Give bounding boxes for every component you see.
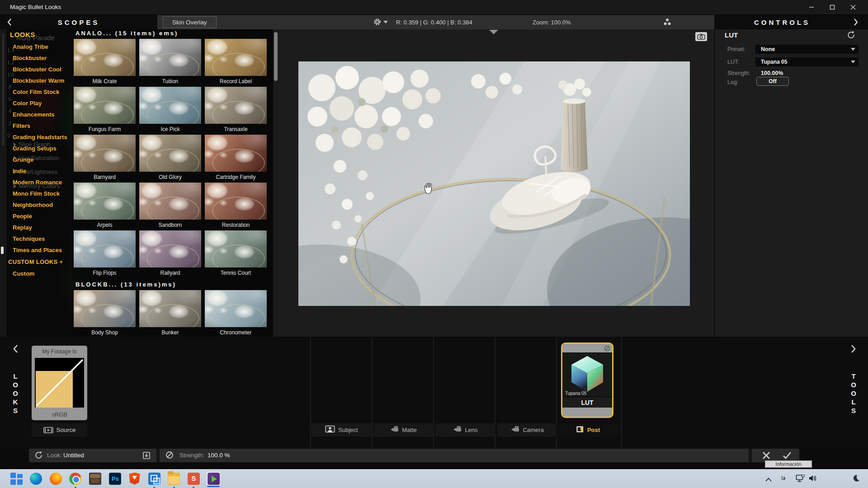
look-thumbnail-ice-pick[interactable] xyxy=(139,87,201,124)
look-thumbnail-old-glory[interactable] xyxy=(139,135,201,172)
look-thumbnail-cell: Bunker xyxy=(139,290,201,337)
lut-dropdown[interactable]: Tupana 05 xyxy=(755,57,859,66)
taskbar-app-start[interactable] xyxy=(9,472,23,485)
sidebar-item-neighborhood[interactable]: Neighborhood xyxy=(13,199,67,211)
taskbar-app-edge[interactable] xyxy=(29,472,43,485)
sidebar-item-modern-romance[interactable]: Modern Romance xyxy=(13,177,67,188)
maximize-button[interactable] xyxy=(822,0,842,14)
look-thumbnail-bunker[interactable] xyxy=(139,290,201,327)
disable-look-icon[interactable] xyxy=(165,451,174,461)
look-thumbnail-tuition[interactable] xyxy=(139,39,201,76)
custom-looks-header[interactable]: CUSTOM LOOKS + xyxy=(8,258,63,265)
controls-panel: LUT Preset: None LUT: Tupana 05 xyxy=(714,29,868,337)
night-mode-moon-icon[interactable] xyxy=(852,474,860,484)
sidebar-item-grading-setups[interactable]: Grading Setups xyxy=(13,143,67,154)
sidebar-item-people[interactable]: People xyxy=(13,211,67,222)
strength-label: Strength: xyxy=(727,70,750,76)
look-thumbnail-chronometer[interactable] xyxy=(205,290,267,327)
look-thumbnail-sandborn[interactable] xyxy=(139,183,201,220)
viewer-settings-button[interactable] xyxy=(373,18,388,26)
look-name[interactable]: Untitled xyxy=(63,452,84,459)
preview-image[interactable] xyxy=(298,61,690,306)
preset-row: Preset: None xyxy=(715,45,868,54)
look-thumbnail-label: Barnyard xyxy=(74,172,136,183)
taskbar-app-toolbox[interactable] xyxy=(88,472,102,485)
library-scrollbar[interactable] xyxy=(273,29,278,337)
tools-drawer-chevron-icon[interactable] xyxy=(851,345,856,355)
left-edge-scrollbar[interactable] xyxy=(0,29,7,337)
footage-title: My Footage Is xyxy=(32,348,87,355)
look-thumbnail-transaxle[interactable] xyxy=(205,87,267,124)
lut-node-selected[interactable]: Tupana 05 LUT xyxy=(561,343,613,418)
strength-value[interactable]: 100.00% xyxy=(761,70,783,76)
reset-icon[interactable] xyxy=(847,31,855,41)
sidebar-item-mono-film-stock[interactable]: Mono Film Stock xyxy=(13,188,67,199)
look-thumbnail-restoration[interactable] xyxy=(205,183,267,220)
looks-category-list: Analog TribeBlockbusterBlockbuster CoolB… xyxy=(13,41,67,256)
source-category-button[interactable]: Source xyxy=(32,423,87,436)
look-thumbnail-flip-flops[interactable] xyxy=(74,230,136,267)
sidebar-item-color-film-stock[interactable]: Color Film Stock xyxy=(13,86,67,98)
category-button-matte[interactable]: Matte xyxy=(373,423,434,436)
sidebar-item-enhancements[interactable]: Enhancements xyxy=(13,109,67,120)
look-thumbnail-cartridge-family[interactable] xyxy=(205,135,267,172)
taskbar-app-vmware[interactable] xyxy=(147,472,161,485)
windows-taskbar: فا 11:35 AM 11/21/2024 xyxy=(0,469,868,488)
footage-node-card[interactable]: My Footage Is sRGB xyxy=(32,346,87,420)
scrollbar-thumb[interactable] xyxy=(274,32,278,81)
forward-chevron-icon[interactable] xyxy=(854,19,858,28)
category-button-lens[interactable]: Lens xyxy=(435,423,495,436)
sidebar-item-blockbuster-cool[interactable]: Blockbuster Cool xyxy=(13,64,67,75)
taskbar-app-chrome[interactable] xyxy=(69,472,82,485)
look-thumbnail-body-shop[interactable] xyxy=(74,290,136,327)
node-graph-icon[interactable] xyxy=(663,18,672,28)
category-button-subject[interactable]: Subject xyxy=(311,423,372,436)
reset-look-icon[interactable] xyxy=(34,451,43,461)
category-button-camera[interactable]: Camera xyxy=(497,423,557,436)
taskbar-app-explorer[interactable] xyxy=(167,472,181,485)
look-thumbnail-fungus-farm[interactable] xyxy=(74,87,136,124)
snapshot-camera-button[interactable] xyxy=(695,32,707,41)
sidebar-item-times-and-places[interactable]: Times and Places xyxy=(13,244,67,256)
import-look-icon[interactable] xyxy=(142,451,151,462)
category-button-post[interactable]: Post xyxy=(556,423,620,436)
look-thumbnail-milk-crate[interactable] xyxy=(74,39,136,76)
sidebar-item-analog-tribe[interactable]: Analog Tribe xyxy=(13,41,67,52)
volume-icon[interactable] xyxy=(808,474,817,484)
sidebar-item-indie[interactable]: Indie xyxy=(13,165,67,177)
sidebar-item-custom[interactable]: Custom xyxy=(13,270,34,277)
preset-dropdown[interactable]: None xyxy=(755,45,859,54)
network-icon[interactable] xyxy=(796,474,805,484)
look-thumbnail-label: Bunker xyxy=(139,327,201,337)
look-thumbnail-railyard[interactable] xyxy=(139,230,201,267)
sidebar-item-grading-headstarts[interactable]: Grading Headstarts xyxy=(13,131,67,143)
taskbar-app-firefox[interactable] xyxy=(49,472,62,485)
look-thumbnail-tennis-court[interactable] xyxy=(205,230,267,267)
sidebar-item-blockbuster-warm[interactable]: Blockbuster Warm xyxy=(13,75,67,86)
look-thumbnail-barnyard[interactable] xyxy=(74,135,136,172)
sidebar-item-blockbuster[interactable]: Blockbuster xyxy=(13,52,67,64)
taskbar-app-media-player[interactable] xyxy=(207,472,220,485)
taskbar-app-brave[interactable] xyxy=(128,472,142,485)
lut-node-footer xyxy=(562,408,612,417)
close-button[interactable] xyxy=(843,0,863,14)
disable-slash-icon[interactable] xyxy=(604,345,610,352)
log-toggle-button[interactable]: Off xyxy=(756,77,789,86)
collapse-triangle-icon[interactable] xyxy=(489,30,498,34)
looks-drawer-chevron-icon[interactable] xyxy=(13,345,18,355)
sidebar-item-grunge[interactable]: Grunge xyxy=(13,154,67,165)
look-thumbnail-cell: Chronometer xyxy=(205,290,267,337)
sidebar-item-techniques[interactable]: Techniques xyxy=(13,233,67,244)
footer-strength-value[interactable]: 100.0 % xyxy=(208,452,230,459)
taskbar-app-sublime[interactable] xyxy=(187,472,200,485)
sidebar-item-color-play[interactable]: Color Play xyxy=(13,98,67,109)
skin-overlay-button[interactable]: Skin Overlay xyxy=(163,16,217,28)
sidebar-item-filters[interactable]: Filters xyxy=(13,120,67,131)
sidebar-item-replay[interactable]: Replay xyxy=(13,222,67,233)
look-thumbnail-arpels[interactable] xyxy=(74,183,136,220)
minimize-button[interactable] xyxy=(801,0,821,14)
look-thumbnail-record-label[interactable] xyxy=(205,39,267,76)
language-indicator[interactable]: فا xyxy=(781,475,785,481)
taskbar-app-photoshop[interactable] xyxy=(108,472,122,485)
tray-overflow-chevron-icon[interactable] xyxy=(765,475,772,483)
